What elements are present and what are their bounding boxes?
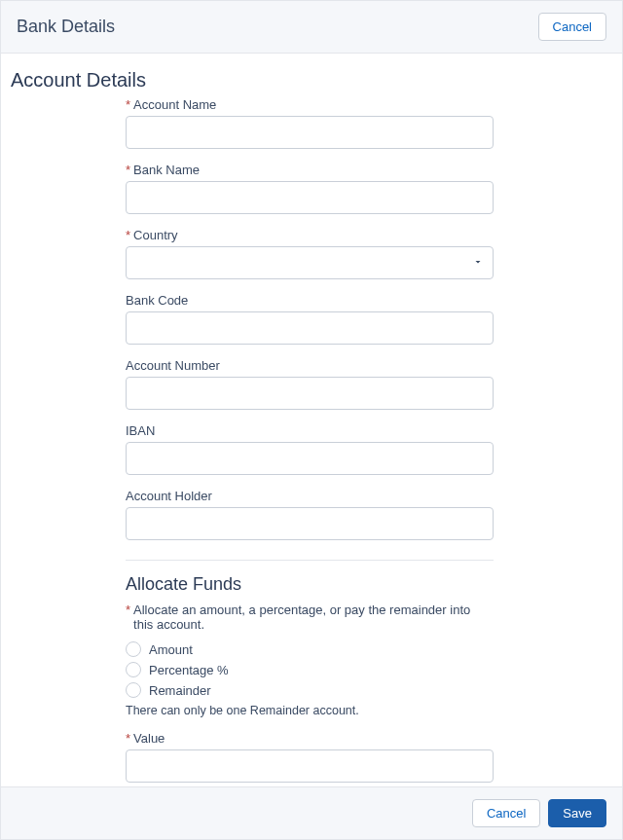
required-marker: * (126, 731, 130, 746)
modal-footer: Cancel Save (1, 786, 622, 839)
label-country: Country (133, 228, 178, 242)
field-account-number: Account Number (126, 358, 494, 410)
field-account-holder: Account Holder (126, 489, 494, 540)
field-country: * Country (126, 228, 494, 279)
required-marker: * (126, 603, 130, 617)
field-account-name: * Account Name (126, 97, 494, 149)
radio-option-remainder[interactable]: Remainder (126, 682, 494, 698)
radio-label-amount: Amount (149, 642, 193, 657)
field-iban: IBAN (126, 423, 494, 475)
remainder-note: There can only be one Remainder account. (126, 704, 494, 717)
value-input[interactable] (126, 749, 494, 783)
required-marker: * (126, 97, 130, 112)
account-holder-input[interactable] (126, 507, 494, 540)
save-button[interactable]: Save (548, 799, 606, 827)
label-value: Value (133, 731, 165, 746)
subsection-title-allocate-funds: Allocate Funds (126, 574, 494, 595)
modal-title: Bank Details (17, 17, 115, 37)
bank-code-input[interactable] (126, 311, 494, 345)
cancel-button-footer[interactable]: Cancel (472, 799, 540, 827)
label-account-number: Account Number (126, 358, 220, 373)
bank-name-input[interactable] (126, 181, 494, 214)
field-bank-name: * Bank Name (126, 163, 494, 214)
account-number-input[interactable] (126, 377, 494, 410)
allocate-funds-hint: Allocate an amount, a percentage, or pay… (133, 603, 494, 632)
divider (126, 560, 494, 561)
modal-content: Account Details * Account Name * Bank Na… (1, 54, 622, 786)
section-allocate-funds: Allocate Funds * Allocate an amount, a p… (126, 574, 494, 783)
label-bank-name: Bank Name (133, 163, 200, 177)
label-bank-code: Bank Code (126, 293, 188, 308)
radio-icon (126, 641, 141, 657)
radio-option-amount[interactable]: Amount (126, 641, 494, 657)
radio-icon (126, 682, 141, 698)
label-account-name: Account Name (133, 97, 216, 112)
radio-label-remainder: Remainder (149, 683, 211, 698)
cancel-button-header[interactable]: Cancel (538, 13, 606, 41)
required-marker: * (126, 228, 130, 242)
section-title-account-details: Account Details (11, 69, 606, 91)
radio-icon (126, 662, 141, 677)
account-name-input[interactable] (126, 116, 494, 149)
country-select[interactable] (126, 246, 494, 279)
label-iban: IBAN (126, 423, 155, 438)
iban-input[interactable] (126, 442, 494, 475)
modal-header: Bank Details Cancel (1, 1, 622, 54)
radio-option-percentage[interactable]: Percentage % (126, 662, 494, 677)
field-bank-code: Bank Code (126, 293, 494, 345)
radio-label-percentage: Percentage % (149, 663, 229, 677)
label-account-holder: Account Holder (126, 489, 212, 503)
required-marker: * (126, 163, 130, 177)
